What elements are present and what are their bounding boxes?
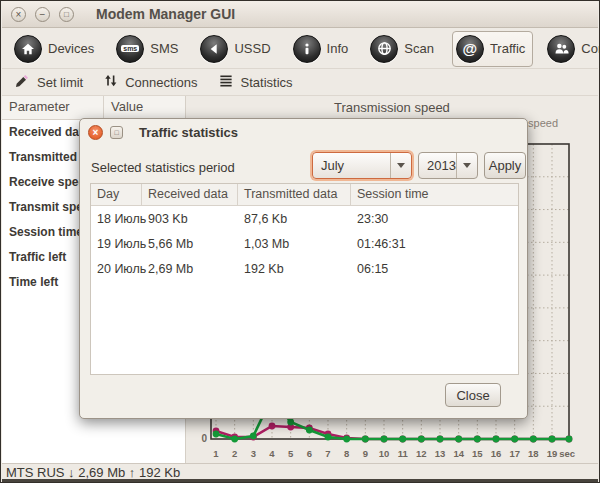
cell-session: 06:15 [351, 256, 518, 281]
parameter-column-header[interactable]: Parameter [2, 96, 104, 119]
transmitted-data-column-header[interactable]: Transmitted data [238, 184, 351, 205]
dialog-maximize-icon[interactable]: □ [110, 126, 123, 139]
svg-text:12: 12 [416, 448, 427, 459]
cell-transmitted: 87,6 Kb [238, 206, 351, 231]
cell-day: 19 Июль [91, 231, 142, 256]
window-maximize-button[interactable]: □ [59, 7, 74, 22]
set-limit-button[interactable]: Set limit [14, 73, 83, 92]
chart-title: Transmission speed [334, 100, 450, 115]
main-toolbar: Devices sms SMS USSD Info Scan @ Traffi [2, 29, 598, 69]
traffic-statistics-dialog: × □ Traffic statistics Selected statisti… [79, 118, 528, 419]
up-down-arrows-icon [103, 73, 118, 91]
svg-text:2: 2 [232, 448, 237, 459]
toolbar-button-traffic[interactable]: @ Traffic [452, 31, 533, 67]
status-text: MTS RUS ↓ 2,69 Mb ↑ 192 Kb [6, 465, 180, 480]
dialog-close-icon[interactable]: × [88, 125, 103, 140]
at-sign-icon: @ [456, 35, 484, 63]
svg-text:14: 14 [453, 448, 464, 459]
connections-button[interactable]: Connections [103, 73, 197, 91]
svg-text:13: 13 [435, 448, 446, 459]
connections-label: Connections [125, 75, 197, 90]
svg-text:17: 17 [509, 448, 520, 459]
svg-text:4: 4 [269, 448, 275, 459]
action-toolbar: Set limit Connections Statistics [2, 69, 598, 96]
svg-text:8: 8 [344, 448, 349, 459]
parameters-header: Parameter Value [2, 96, 185, 120]
session-time-column-header[interactable]: Session time [351, 184, 518, 205]
toolbar-button-sms[interactable]: sms SMS [112, 31, 186, 67]
statistics-button[interactable]: Statistics [218, 73, 293, 91]
cell-received: 5,66 Mb [142, 231, 238, 256]
speaker-icon [200, 35, 228, 63]
period-label: Selected statistics period [91, 160, 235, 175]
window-title: Modem Manager GUI [96, 6, 235, 22]
svg-text:1: 1 [213, 448, 219, 459]
apply-button[interactable]: Apply [484, 152, 526, 179]
cell-transmitted: 192 Kb [238, 256, 351, 281]
statistics-bars-icon [218, 73, 234, 91]
statistics-table: Day Received data Transmitted data Sessi… [90, 183, 519, 375]
svg-text:9: 9 [363, 448, 368, 459]
svg-text:16: 16 [491, 448, 502, 459]
toolbar-button-scan[interactable]: Scan [366, 31, 442, 67]
year-select[interactable]: 2013 [418, 152, 478, 179]
toolbar-label-devices: Devices [48, 41, 94, 56]
year-value: 2013 [419, 158, 456, 173]
toolbar-button-ussd[interactable]: USSD [196, 31, 278, 67]
info-icon [293, 35, 321, 63]
window-bottom-edge [2, 479, 598, 482]
home-icon [14, 35, 42, 63]
cell-received: 2,69 Mb [142, 256, 238, 281]
table-row[interactable]: 18 Июль 903 Kb 87,6 Kb 23:30 [91, 206, 518, 231]
dialog-title: Traffic statistics [139, 125, 238, 140]
month-value: July [313, 158, 390, 173]
svg-text:10: 10 [379, 448, 390, 459]
svg-text:0: 0 [201, 433, 207, 444]
cell-transmitted: 1,03 Mb [238, 231, 351, 256]
globe-icon [370, 35, 398, 63]
toolbar-button-info[interactable]: Info [289, 31, 357, 67]
svg-text:6: 6 [307, 448, 312, 459]
toolbar-label-contacts: Contacts [581, 41, 600, 56]
toolbar-label-info: Info [327, 41, 349, 56]
svg-text:18: 18 [528, 448, 539, 459]
svg-text:5: 5 [288, 448, 294, 459]
received-data-column-header[interactable]: Received data [142, 184, 238, 205]
toolbar-button-contacts[interactable]: Contacts [543, 31, 600, 67]
toolbar-label-traffic: Traffic [490, 41, 525, 56]
toolbar-label-scan: Scan [404, 41, 434, 56]
svg-text:7: 7 [325, 448, 330, 459]
svg-text:sec: sec [559, 448, 575, 459]
month-select[interactable]: July [312, 152, 412, 179]
pencil-icon [14, 73, 30, 92]
svg-text:11: 11 [398, 448, 409, 459]
sms-icon: sms [116, 35, 144, 63]
toolbar-label-sms: SMS [150, 41, 178, 56]
svg-text:19: 19 [547, 448, 558, 459]
dialog-titlebar: × □ Traffic statistics [80, 119, 527, 145]
svg-text:15: 15 [472, 448, 483, 459]
toolbar-label-ussd: USSD [234, 41, 270, 56]
close-button[interactable]: Close [445, 383, 501, 407]
cell-session: 01:46:31 [351, 231, 518, 256]
window-minimize-button[interactable]: − [35, 7, 50, 22]
titlebar: × − □ Modem Manager GUI [2, 1, 598, 28]
cell-day: 18 Июль [91, 206, 142, 231]
table-row[interactable]: 19 Июль 5,66 Mb 1,03 Mb 01:46:31 [91, 231, 518, 256]
cell-session: 23:30 [351, 206, 518, 231]
day-column-header[interactable]: Day [91, 184, 142, 205]
statistics-table-header: Day Received data Transmitted data Sessi… [91, 184, 518, 206]
svg-text:3: 3 [251, 448, 256, 459]
contacts-icon [547, 35, 575, 63]
statistics-label: Statistics [241, 75, 293, 90]
app-window: × − □ Modem Manager GUI Devices sms SMS … [0, 0, 600, 483]
chevron-down-icon [390, 153, 411, 178]
toolbar-button-devices[interactable]: Devices [10, 31, 102, 67]
window-close-button[interactable]: × [11, 7, 26, 22]
set-limit-label: Set limit [37, 75, 83, 90]
table-row[interactable]: 20 Июль 2,69 Mb 192 Kb 06:15 [91, 256, 518, 281]
value-column-header[interactable]: Value [104, 96, 143, 119]
cell-day: 20 Июль [91, 256, 142, 281]
chevron-down-icon [456, 153, 477, 178]
cell-received: 903 Kb [142, 206, 238, 231]
